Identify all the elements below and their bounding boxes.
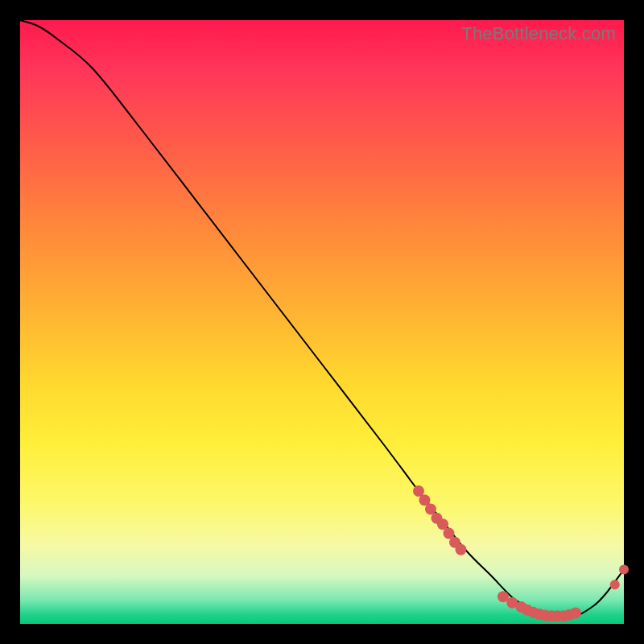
data-point (610, 580, 620, 589)
data-point (456, 544, 467, 555)
data-point (619, 565, 629, 575)
data-markers (413, 485, 629, 621)
bottleneck-curve (20, 20, 624, 617)
plot-area: TheBottleneck.com (20, 20, 624, 624)
data-point (570, 608, 581, 619)
chart-container: TheBottleneck.com (0, 0, 644, 644)
chart-svg (20, 20, 624, 624)
